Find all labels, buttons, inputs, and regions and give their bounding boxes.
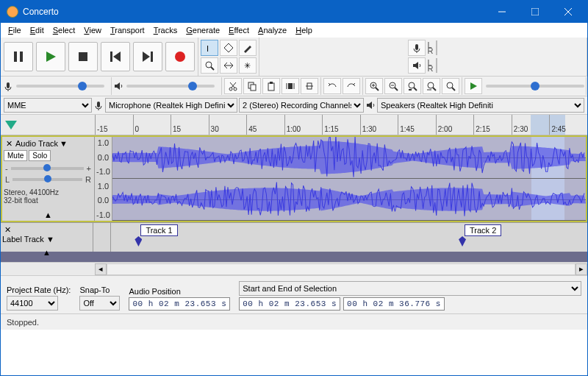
stop-button[interactable]: [68, 42, 98, 71]
timeline-tick: 0: [133, 115, 171, 135]
cut-button[interactable]: [224, 78, 242, 94]
fit-selection-button[interactable]: [404, 78, 421, 94]
playback-volume-slider[interactable]: [126, 85, 215, 88]
tools-palette: I ✳: [198, 38, 259, 76]
selection-start-field[interactable]: 00 h 02 m 23.653 s: [239, 297, 340, 311]
scroll-left-button[interactable]: ◂: [95, 263, 107, 275]
menu-file[interactable]: File: [4, 24, 26, 36]
recording-channels-select[interactable]: 2 (Stereo) Recording Channels: [239, 98, 364, 113]
app-icon: [7, 6, 18, 18]
svg-point-44: [428, 82, 434, 88]
close-button[interactable]: [551, 1, 584, 23]
track-menu-dropdown[interactable]: ▼: [60, 139, 68, 148]
menu-tracks[interactable]: Tracks: [149, 24, 182, 36]
edit-toolbar-row: [1, 77, 587, 96]
label-track-menu-dropdown[interactable]: ▼: [46, 235, 54, 244]
horizontal-scrollbar[interactable]: ◂ ▸: [1, 262, 587, 275]
skip-end-button[interactable]: [133, 42, 162, 71]
waveform-right-channel[interactable]: [112, 179, 586, 221]
zoom-toggle-button[interactable]: [442, 78, 459, 94]
pan-slider[interactable]: [12, 178, 82, 181]
minimize-button[interactable]: [485, 1, 518, 23]
play-button[interactable]: [36, 42, 65, 71]
gain-slider[interactable]: [11, 167, 84, 170]
solo-button[interactable]: Solo: [29, 150, 51, 161]
project-rate-select[interactable]: 44100: [7, 296, 58, 311]
timeline-ruler[interactable]: -1501530451:001:151:301:452:002:152:302:…: [1, 115, 587, 135]
recording-device-select[interactable]: Microphone (Realtek High Defini: [105, 98, 237, 113]
track-close-button[interactable]: ✕: [4, 138, 14, 149]
trim-button[interactable]: [282, 78, 299, 94]
speaker-meter-icon[interactable]: [408, 57, 426, 74]
audio-host-select[interactable]: MME: [4, 98, 92, 113]
copy-button[interactable]: [243, 78, 261, 94]
label-area[interactable]: Track 1Track 2: [111, 223, 587, 252]
playback-speed-slider[interactable]: [486, 85, 584, 88]
svg-rect-27: [268, 83, 274, 91]
meters: LR -57-54-51-48-45-42-39-36-33-30-27-24-…: [259, 38, 587, 76]
maximize-button[interactable]: [518, 1, 551, 23]
svg-point-14: [206, 62, 212, 68]
playback-device-select[interactable]: Speakers (Realtek High Definiti: [377, 98, 584, 113]
audio-position-field[interactable]: 00 h 02 m 23.653 s: [129, 297, 230, 311]
menu-transport[interactable]: Transport: [106, 24, 149, 36]
mic-meter-icon[interactable]: [408, 40, 426, 56]
svg-line-40: [395, 88, 398, 91]
waveform-left-channel[interactable]: [112, 137, 586, 179]
draw-tool[interactable]: [239, 40, 257, 56]
svg-line-45: [433, 88, 436, 91]
snap-to-select[interactable]: Off: [79, 296, 120, 311]
timeline-tick: 2:00: [436, 115, 474, 135]
zoom-tool[interactable]: [201, 57, 218, 74]
selection-type-select[interactable]: Start and End of Selection: [239, 281, 581, 296]
silence-button[interactable]: [301, 78, 318, 94]
recording-meter[interactable]: -57-54-51-48-45-42-39-36-33-30-27-24-21-…: [436, 40, 437, 55]
menu-select[interactable]: Select: [49, 24, 80, 36]
label-marker[interactable]: Track 2: [459, 224, 501, 236]
record-button[interactable]: [165, 42, 195, 71]
menu-analyze[interactable]: Analyze: [254, 24, 291, 36]
mute-button[interactable]: Mute: [4, 150, 27, 161]
pause-button[interactable]: [4, 42, 33, 71]
track-collapse-button[interactable]: ▲: [4, 210, 93, 219]
zoom-out-button[interactable]: [384, 78, 402, 94]
meter-r-label: R: [428, 48, 434, 54]
redo-button[interactable]: [343, 78, 360, 94]
timeshift-tool[interactable]: [220, 57, 237, 74]
waveform-area[interactable]: [112, 137, 586, 221]
project-rate-label: Project Rate (Hz):: [7, 285, 71, 294]
label-track-panel: ✕ Label Track ▼ ▲: [1, 223, 93, 252]
label-track-collapse-button[interactable]: ▲: [2, 248, 91, 257]
label-marker[interactable]: Track 1: [135, 224, 177, 236]
svg-point-41: [409, 82, 415, 88]
scroll-right-button[interactable]: ▸: [576, 263, 587, 275]
svg-marker-49: [470, 82, 477, 90]
svg-rect-4: [14, 52, 17, 62]
undo-button[interactable]: [323, 78, 341, 94]
paste-button[interactable]: [262, 78, 280, 94]
recording-volume-slider[interactable]: [16, 85, 104, 88]
selection-end-field[interactable]: 00 h 02 m 36.776 s: [343, 297, 445, 311]
menu-help[interactable]: Help: [291, 24, 317, 36]
menu-effect[interactable]: Effect: [224, 24, 254, 36]
svg-point-47: [447, 82, 453, 88]
playhead-pin-icon[interactable]: [5, 121, 17, 130]
envelope-tool[interactable]: [220, 40, 237, 56]
zoom-in-button[interactable]: [365, 78, 383, 94]
fit-project-button[interactable]: [423, 78, 440, 94]
label-track-close-button[interactable]: ✕: [2, 224, 12, 235]
playback-meter[interactable]: -57-54-51-48-45-42-39-36-33-30-27-24-21-…: [436, 58, 437, 73]
multi-tool[interactable]: ✳: [239, 57, 257, 74]
timeline-tick: 30: [209, 115, 247, 135]
audio-track: ✕ Audio Track ▼ Mute Solo -+ LR Stereo, …: [1, 135, 587, 222]
track-name: Audio Track: [15, 139, 58, 148]
menu-edit[interactable]: Edit: [26, 24, 49, 36]
menu-generate[interactable]: Generate: [182, 24, 224, 36]
play-at-speed-button[interactable]: [465, 78, 482, 94]
menu-view[interactable]: View: [79, 24, 106, 36]
svg-rect-8: [110, 52, 112, 62]
selection-tool[interactable]: I: [201, 40, 218, 56]
svg-marker-10: [143, 52, 150, 62]
timeline-tick: 45: [246, 115, 284, 135]
skip-start-button[interactable]: [101, 42, 130, 71]
